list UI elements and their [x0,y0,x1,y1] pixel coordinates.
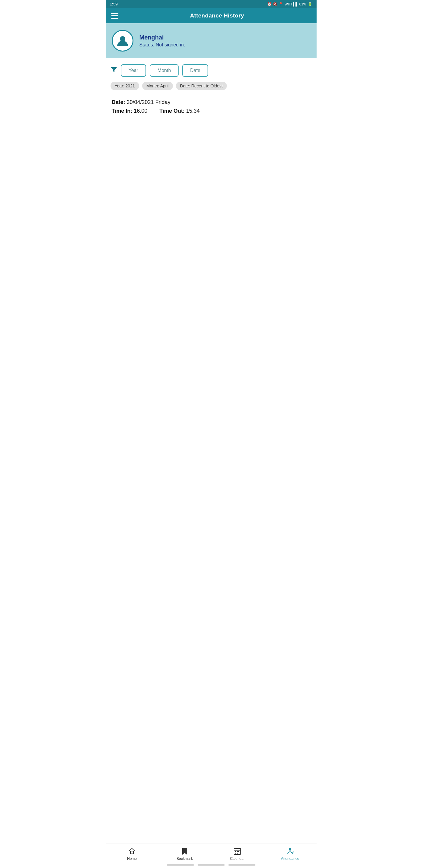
svg-rect-8 [238,851,239,852]
time-out-label: Time Out: [159,108,185,114]
nav-home-label: Home [127,857,137,861]
wifi-icon: WiFi [284,2,292,6]
record-date-row: Date: 30/04/2021 Friday [112,99,311,105]
nav-attendance-label: Attendance [281,857,299,861]
active-filters: Year: 2021 Month: April Date: Recent to … [106,80,317,94]
active-date-chip[interactable]: Date: Recent to Oldest [176,82,227,90]
user-icon [116,34,129,47]
attendance-icon [286,847,294,855]
month-filter-button[interactable]: Month [150,64,178,77]
alarm-icon: ⏰ [267,2,272,6]
svg-rect-6 [235,851,236,852]
active-month-chip[interactable]: Month: April [142,82,173,90]
nav-attendance[interactable]: Attendance [264,847,317,861]
battery-icon: 🔋 [308,2,312,6]
handle-bar-2 [198,864,225,866]
page-title: Attendance History [123,12,311,19]
home-icon [128,847,136,855]
profile-section: Menghai Status: Not signed in. [106,23,317,58]
signal-icon: ▌▌ [293,2,298,6]
status-time: 1:59 [110,2,118,6]
location-icon: 📍 [279,2,283,6]
svg-point-11 [289,848,291,850]
handle-bar-3 [228,864,255,866]
profile-info: Menghai Status: Not signed in. [139,34,185,48]
active-year-chip[interactable]: Year: 2021 [110,82,139,90]
nav-calendar-label: Calendar [230,857,245,861]
time-in-group: Time In: 16:00 [112,108,148,114]
status-bar: 1:59 ⏰ 🔇 📍 WiFi ▌▌ 61% 🔋 [106,0,317,8]
nav-calendar[interactable]: Calendar [211,847,264,861]
time-in-label: Time In: [112,108,133,114]
bookmark-icon [181,847,189,855]
nav-bookmark-label: Bookmark [176,857,193,861]
calendar-icon [233,847,241,855]
nav-home[interactable]: Home [106,847,158,861]
time-out-value: 15:34 [186,108,200,114]
bottom-nav: Home Bookmark Calendar Attendance [106,844,317,863]
svg-rect-1 [130,851,133,854]
bottom-handle [106,863,317,868]
year-filter-button[interactable]: Year [121,64,146,77]
record-times-row: Time In: 16:00 Time Out: 15:34 [112,108,311,114]
mute-icon: 🔇 [273,2,278,6]
filter-icon[interactable] [110,66,117,75]
handle-bar-1 [167,864,194,866]
nav-bookmark[interactable]: Bookmark [158,847,211,861]
svg-rect-7 [237,851,238,852]
time-in-value: 16:00 [134,108,147,114]
date-label: Date: [112,99,125,105]
time-out-group: Time Out: 15:34 [159,108,200,114]
battery-label: 61% [299,2,306,6]
profile-status: Status: Not signed in. [139,42,185,48]
top-bar: Attendance History [106,8,317,23]
avatar [112,30,133,52]
status-icons: ⏰ 🔇 📍 WiFi ▌▌ 61% 🔋 [267,2,312,6]
menu-button[interactable] [111,13,118,19]
svg-rect-10 [237,852,238,854]
date-value: 30/04/2021 Friday [127,99,170,105]
date-filter-button[interactable]: Date [182,64,208,77]
profile-name: Menghai [139,34,185,41]
svg-rect-9 [235,852,236,854]
filter-row: Year Month Date [106,58,317,80]
record-section: Date: 30/04/2021 Friday Time In: 16:00 T… [106,94,317,844]
